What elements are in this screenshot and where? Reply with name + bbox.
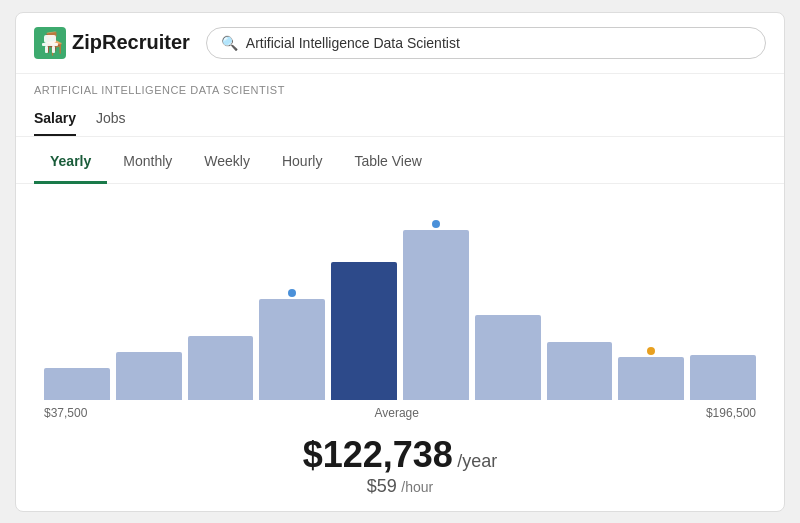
salary-hourly-line: $59 /hour <box>16 476 784 497</box>
logo-text: ZipRecruiter <box>72 31 190 54</box>
svg-rect-4 <box>45 46 48 53</box>
tab-jobs[interactable]: Jobs <box>96 102 126 136</box>
bar <box>331 262 397 400</box>
bar <box>403 230 469 400</box>
subtab-weekly[interactable]: Weekly <box>188 141 266 184</box>
bar-group <box>331 210 397 400</box>
chart-label-left: $37,500 <box>44 406 87 420</box>
content-area: Yearly Monthly Weekly Hourly Table View … <box>16 141 784 507</box>
subtab-tableview[interactable]: Table View <box>338 141 437 184</box>
main-card: 🪑 ZipRecruiter 🔍 Artificial Intelligence… <box>15 12 785 512</box>
bar-group <box>618 210 684 400</box>
search-icon: 🔍 <box>221 35 238 51</box>
tab-salary[interactable]: Salary <box>34 102 76 136</box>
blue-dot <box>288 289 296 297</box>
svg-rect-3 <box>42 43 58 46</box>
bar <box>547 342 613 400</box>
salary-per-hour: /hour <box>401 479 433 495</box>
search-input-value: Artificial Intelligence Data Scientist <box>246 35 460 51</box>
header: 🪑 ZipRecruiter 🔍 Artificial Intelligence… <box>16 13 784 74</box>
bar-group <box>690 210 756 400</box>
salary-display: $122,738 /year $59 /hour <box>16 420 784 507</box>
chart-bars <box>34 200 766 400</box>
salary-amount: $122,738 <box>303 434 453 475</box>
svg-rect-2 <box>44 35 56 43</box>
salary-per-year: /year <box>457 451 497 471</box>
subtab-yearly[interactable]: Yearly <box>34 141 107 184</box>
chart-area: $37,500 Average $196,500 <box>16 184 784 420</box>
chart-label-center: Average <box>374 406 418 420</box>
bar <box>188 336 254 400</box>
orange-dot <box>647 347 655 355</box>
blue-dot <box>432 220 440 228</box>
ziprecruiter-logo-icon: 🪑 <box>34 27 66 59</box>
logo[interactable]: 🪑 ZipRecruiter <box>34 27 190 59</box>
bar-group <box>259 210 325 400</box>
bar <box>44 368 110 400</box>
chart-label-right: $196,500 <box>706 406 756 420</box>
bar <box>618 357 684 400</box>
chart-labels: $37,500 Average $196,500 <box>34 400 766 420</box>
bar <box>259 299 325 400</box>
sub-tabs: Yearly Monthly Weekly Hourly Table View <box>16 141 784 184</box>
bar-group <box>547 210 613 400</box>
bar <box>116 352 182 400</box>
bar-group <box>116 210 182 400</box>
bar-group <box>44 210 110 400</box>
bar-group <box>403 210 469 400</box>
bar-group <box>475 210 541 400</box>
main-tabs: Salary Jobs <box>16 102 784 137</box>
page-title-section: ARTIFICIAL INTELLIGENCE DATA SCIENTIST <box>16 74 784 96</box>
svg-rect-5 <box>52 46 55 53</box>
search-bar[interactable]: 🔍 Artificial Intelligence Data Scientist <box>206 27 766 59</box>
salary-main-line: $122,738 /year <box>16 434 784 476</box>
subtab-monthly[interactable]: Monthly <box>107 141 188 184</box>
bar <box>690 355 756 400</box>
bar-group <box>188 210 254 400</box>
page-subtitle: ARTIFICIAL INTELLIGENCE DATA SCIENTIST <box>34 84 766 96</box>
subtab-hourly[interactable]: Hourly <box>266 141 338 184</box>
bar <box>475 315 541 400</box>
salary-hourly-amount: $59 <box>367 476 397 496</box>
